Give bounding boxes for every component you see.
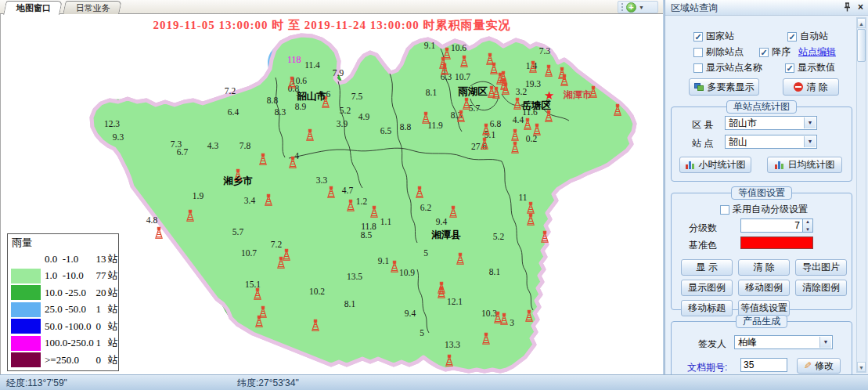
levels-spinner[interactable] [802,218,813,233]
checkbox-show-station-name[interactable]: 显示站点名称 [693,61,762,74]
checkbox-national-station[interactable]: 国家站 [693,30,734,43]
panel-title-text: 区域站查询 [671,2,718,13]
scrollbar-thumb[interactable] [857,29,866,62]
legend-count: 77 [96,269,108,282]
station-value: 5 [420,328,424,338]
station-value: 10.3 [481,309,497,318]
county-select[interactable]: 韶山市 ▼ [725,116,817,130]
scroll-up-icon[interactable]: ▲ [857,18,866,28]
legend-count: 0 [96,320,108,333]
station-value: 10.2 [309,287,325,296]
station-value: 3.2 [516,87,528,96]
close-icon[interactable]: × [858,2,863,13]
station-value: 8.3 [275,107,286,117]
legend-row: 100.0-250.01站 [11,335,118,352]
chevron-down-icon[interactable]: ▼ [819,337,831,348]
legend-range: >=250.0 [45,354,96,367]
multi-element-display-button[interactable]: 多要素显示 [689,78,759,96]
station-value: 11.8 [361,222,376,231]
tab-strip: 地图窗口 日常业务 + ▼ [0,0,663,14]
tab-daily-business[interactable]: 日常业务 [63,1,122,14]
contour-button-5[interactable]: 清除图例 [795,280,847,296]
contour-button-1[interactable]: 清 除 [738,259,790,276]
station-value: 1.1 [380,217,392,226]
toolbar-grip[interactable] [621,2,624,12]
contour-button-4[interactable]: 移动图例 [738,280,790,296]
legend-unit: 站 [108,269,118,283]
basecolor-swatch[interactable] [740,237,813,249]
station-edit-link[interactable]: 站点编辑 [798,45,836,59]
contour-button-6[interactable]: 移动标题 [681,300,733,316]
region-label: 韶山市 [296,91,326,102]
region-label: 雨湖区 [457,86,488,97]
legend-unit: 站 [108,252,118,266]
weather-station-icon[interactable] [155,227,163,238]
legend-unit: 站 [108,336,118,350]
contour-button-3[interactable]: 显示图例 [681,280,733,296]
contour-button-7[interactable]: 等值线设置 [738,300,790,316]
station-value: 1.9 [193,191,204,200]
product-group-title: 产品生成 [736,315,787,328]
levels-input[interactable] [740,218,803,233]
legend-row: 50.0 -100.00站 [11,318,118,335]
checkbox-exclude-station[interactable]: 剔除站点 [693,45,744,59]
signer-select[interactable]: 柏峰 ▼ [734,335,833,349]
chevron-down-icon[interactable]: ▼ [804,136,816,147]
station-value: 6.2 [420,203,432,212]
station-value: 8.1 [344,299,356,309]
legend-range: 10.0 -25.0 [45,287,96,299]
checkbox-show-values[interactable]: 显示数值 [785,61,835,74]
station-value: 11 [518,193,527,202]
station-value: 5 [423,248,428,258]
modify-button[interactable]: ✎ 修改 [797,358,841,374]
checkbox-descending[interactable]: 降序 [759,45,791,59]
scroll-down-icon[interactable]: ▼ [857,362,866,372]
hourly-chart-button[interactable]: 小时统计图 [679,157,751,173]
legend-range: 0.0 -1.0 [45,253,96,265]
chevron-down-icon[interactable]: ▼ [804,117,816,128]
bar-chart-icon [775,161,785,169]
station-value: 4.4 [513,115,524,125]
contour-button-0[interactable]: 显 示 [681,259,733,276]
legend-range: 100.0-250.0 [45,337,96,349]
layers-icon [694,82,704,92]
site-label: 站 点 [692,137,713,150]
legend-unit: 站 [108,320,118,334]
checkbox-auto-grading[interactable]: 采用自动分级设置 [720,203,808,216]
station-value: 3 [510,318,514,327]
station-value: 8.1 [489,267,501,276]
legend-rows: 0.0 -1.013站1.0 -10.077站10.0 -25.020站25.0… [11,251,118,369]
tab-map-window[interactable]: 地图窗口 [3,1,63,15]
daily-chart-button[interactable]: 日均统计图 [767,157,842,173]
map-panel[interactable]: 12.39.37.36.74.37.86.48.87.28.38.95.24.9… [0,14,663,374]
legend-count: 1 [96,337,108,349]
pin-icon[interactable] [843,2,852,13]
checkbox-auto-station[interactable]: 自动站 [787,30,828,43]
city-label: 湘潭市 [563,89,592,100]
station-value: 3.3 [316,175,328,185]
clear-stations-button[interactable]: 清 除 [783,78,839,96]
site-select[interactable]: 韶山 ▼ [725,135,817,149]
doc-number-input[interactable] [740,358,787,372]
station-value: 7.9 [333,68,344,78]
rainfall-legend[interactable]: 雨量 0.0 -1.013站1.0 -10.077站10.0 -25.020站2… [7,233,119,371]
city-star-icon: ★ [544,88,554,102]
legend-swatch [11,269,41,283]
legend-count: 0 [96,354,108,367]
panel-scrollbar[interactable]: ▲ ▼ [856,17,866,373]
station-value: 13.3 [445,340,460,349]
station-value: 3.9 [337,119,348,128]
contour-button-2[interactable]: 导出图片 [795,259,847,276]
add-plus-icon[interactable]: + [626,2,636,13]
signer-label: 签发人 [698,338,726,351]
station-value: 12.3 [104,119,120,128]
levels-label: 分级数 [689,222,717,235]
station-value: 6.8 [490,119,502,128]
station-value: 15.1 [245,280,261,289]
clear-icon [794,82,803,92]
station-value: 4.9 [358,112,370,121]
toolbar-dropdown-icon[interactable]: ▼ [639,5,644,10]
legend-unit: 站 [108,286,118,300]
bar-chart-icon [686,161,696,169]
station-value: 5.7 [232,227,244,237]
